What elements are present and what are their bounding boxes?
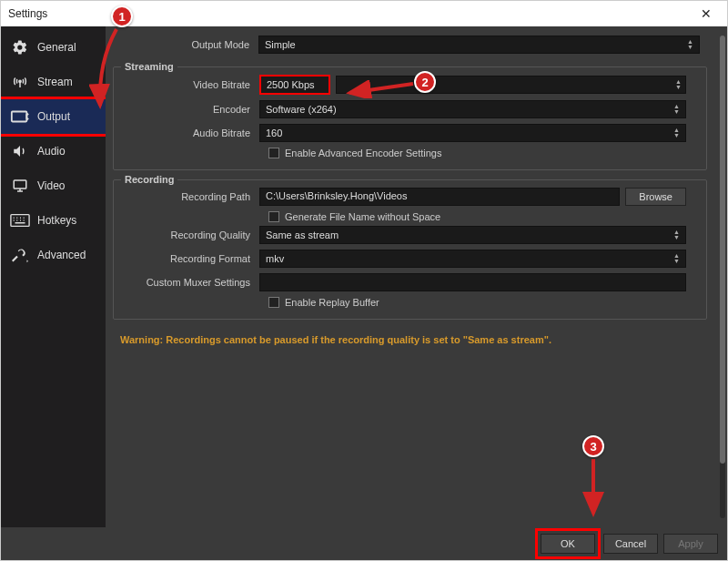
sidebar-item-audio[interactable]: Audio — [1, 134, 106, 168]
apply-button[interactable]: Apply — [663, 534, 718, 554]
window-close-button[interactable]: ✕ — [693, 1, 720, 26]
sidebar-item-output[interactable]: Output — [1, 99, 106, 134]
recording-title: Recording — [121, 174, 177, 185]
sidebar-item-video[interactable]: Video — [1, 168, 106, 203]
sidebar-item-label: Audio — [37, 145, 66, 158]
cancel-button[interactable]: Cancel — [603, 534, 658, 554]
gear-icon — [10, 39, 30, 56]
output-icon — [10, 108, 30, 125]
audio-bitrate-select[interactable]: 160 ▲▼ — [259, 124, 686, 142]
callout-3: 3 — [582, 435, 604, 457]
recording-panel: Recording Recording Path C:\Users\Brinks… — [113, 179, 707, 320]
keyboard-icon — [10, 212, 30, 229]
recording-quality-label: Recording Quality — [114, 230, 259, 240]
svg-point-0 — [19, 80, 21, 82]
antenna-icon — [10, 74, 30, 90]
content-panel: Output Mode Simple ▲▼ Streaming Video Bi… — [106, 26, 727, 527]
updown-icon[interactable]: ▲▼ — [675, 79, 685, 90]
output-mode-label: Output Mode — [113, 39, 258, 50]
muxer-input[interactable] — [259, 273, 686, 291]
updown-icon: ▲▼ — [673, 128, 680, 138]
updown-icon: ▲▼ — [687, 39, 693, 50]
settings-window: Settings ✕ General Stream — [0, 0, 728, 561]
updown-icon: ▲▼ — [673, 253, 680, 264]
audio-icon — [10, 143, 30, 159]
sidebar: General Stream Output — [1, 26, 106, 527]
titlebar: Settings ✕ — [1, 1, 727, 26]
sidebar-item-label: Hotkeys — [37, 214, 76, 227]
scrollbar-thumb[interactable] — [720, 36, 725, 464]
recording-format-select[interactable]: mkv ▲▼ — [259, 250, 686, 268]
recording-quality-value: Same as stream — [266, 230, 339, 240]
recording-format-label: Recording Format — [114, 253, 259, 264]
recording-format-value: mkv — [266, 253, 284, 264]
sidebar-item-label: General — [37, 41, 76, 54]
output-mode-value: Simple — [265, 39, 296, 50]
output-mode-select[interactable]: Simple ▲▼ — [258, 36, 700, 54]
recording-quality-select[interactable]: Same as stream ▲▼ — [259, 226, 686, 244]
recording-path-value: C:\Users\Brinksley.Hong\Videos — [266, 190, 408, 201]
callout-2: 2 — [414, 71, 436, 93]
video-bitrate-input[interactable]: 2500 Kbps — [261, 76, 329, 93]
sidebar-item-label: Stream — [37, 76, 73, 88]
replay-buffer-checkbox[interactable] — [268, 297, 279, 308]
muxer-label: Custom Muxer Settings — [114, 277, 259, 288]
sidebar-item-advanced[interactable]: Advanced — [1, 238, 106, 272]
gen-filename-label: Generate File Name without Space — [285, 211, 440, 222]
encoder-label: Encoder — [114, 104, 259, 115]
encoder-select[interactable]: Software (x264) ▲▼ — [259, 100, 686, 118]
recording-path-label: Recording Path — [114, 191, 259, 202]
sidebar-item-general[interactable]: General — [1, 30, 106, 65]
advanced-encoder-label: Enable Advanced Encoder Settings — [285, 148, 441, 158]
window-title: Settings — [8, 7, 47, 20]
replay-buffer-label: Enable Replay Buffer — [285, 297, 379, 308]
gen-filename-checkbox[interactable] — [268, 211, 279, 222]
audio-bitrate-label: Audio Bitrate — [114, 128, 259, 138]
svg-rect-1 — [12, 112, 27, 122]
svg-rect-2 — [14, 180, 26, 189]
recording-path-input[interactable]: C:\Users\Brinksley.Hong\Videos — [259, 188, 620, 206]
streaming-panel: Streaming Video Bitrate 2500 Kbps ▲▼ — [113, 66, 707, 170]
streaming-title: Streaming — [121, 61, 177, 72]
monitor-icon — [10, 178, 30, 194]
audio-bitrate-value: 160 — [266, 128, 282, 138]
browse-button[interactable]: Browse — [625, 188, 686, 206]
sidebar-item-label: Video — [37, 179, 65, 192]
ok-button[interactable]: OK — [541, 534, 595, 554]
sidebar-item-stream[interactable]: Stream — [1, 65, 106, 99]
callout-1: 1 — [111, 5, 133, 27]
footer: OK Cancel Apply — [1, 527, 727, 560]
body: General Stream Output — [1, 26, 727, 527]
sidebar-item-label: Output — [37, 110, 70, 123]
sidebar-item-label: Advanced — [37, 249, 86, 261]
updown-icon: ▲▼ — [673, 230, 680, 240]
video-bitrate-label: Video Bitrate — [114, 79, 259, 90]
updown-icon: ▲▼ — [673, 104, 680, 115]
advanced-encoder-checkbox[interactable] — [268, 148, 279, 158]
encoder-value: Software (x264) — [266, 104, 337, 115]
warning-text: Warning: Recordings cannot be paused if … — [113, 329, 720, 345]
sidebar-item-hotkeys[interactable]: Hotkeys — [1, 203, 106, 238]
tools-icon — [10, 247, 30, 263]
video-bitrate-value: 2500 Kbps — [267, 79, 315, 90]
